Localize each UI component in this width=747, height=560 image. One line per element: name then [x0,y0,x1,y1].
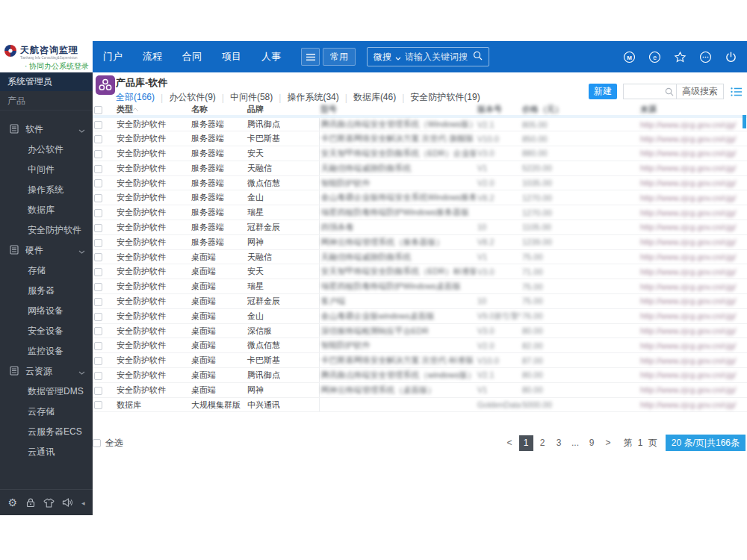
table-search-input[interactable] [624,85,663,98]
tab-2[interactable]: 办公软件(9) [169,91,216,104]
row-checkbox[interactable] [94,298,102,306]
page-button-3[interactable]: 3 [552,435,566,451]
table-row[interactable]: 安全防护软件服务器端金山金山毒霸企业版终端安全系统Windows服务器版V8.2… [93,190,747,205]
sidebar-item-1-4[interactable]: 数据库 [0,200,93,220]
nav-item-4[interactable]: 项目 [222,50,241,63]
row-checkbox[interactable] [94,209,102,217]
row-checkbox[interactable] [94,357,102,365]
sidebar-item-2-5[interactable]: 监控设备 [0,341,93,361]
row-checkbox[interactable] [94,372,102,380]
oa-login-link[interactable]: · 协同办公系统登录 [4,61,93,72]
row-checkbox[interactable] [94,224,102,232]
search-icon[interactable] [663,87,676,96]
row-checkbox[interactable] [94,121,102,129]
advanced-search-button[interactable]: 高级搜索 [677,84,724,99]
speaker-icon[interactable] [62,497,73,508]
row-checkbox[interactable] [94,327,102,335]
sidebar-item-3-4[interactable]: 云通讯 [0,442,93,462]
sidebar-item-2-3[interactable]: 网络设备 [0,301,93,321]
sidebar-group-1[interactable]: 软件 [0,119,93,140]
sidebar-item-1-3[interactable]: 操作系统 [0,180,93,200]
page-jump-text[interactable]: 第 1 页 [624,437,659,449]
table-row[interactable]: 安全防护软件桌面端微点佰慧智能防护软件V2.082.00http://www.z… [93,338,747,353]
table-row[interactable]: 安全防护软件服务器端微点佰慧智能防护软件V2.01035.00http://ww… [93,175,747,190]
nav-more-menu-button[interactable] [301,48,320,66]
nav-item-3[interactable]: 合同 [182,50,202,63]
page-prev-button[interactable]: < [503,435,517,451]
nav-item-2[interactable]: 流程 [143,50,162,63]
table-row[interactable]: 安全防护软件桌面端深信服深信服终端检测响应平台EDRV3.080.00http:… [93,323,747,338]
table-row[interactable]: 安全防护软件桌面端金山金山毒霸企业版windows桌面版V9.0新引擎V876.… [93,308,747,323]
tab-6[interactable]: 安全防护软件(19) [410,91,480,104]
row-checkbox[interactable] [94,387,102,395]
scrollbar-thumb[interactable] [743,115,746,128]
table-row[interactable]: 安全防护软件服务器端瑞星瑞星四核防毒终端防护Windows服务器版1270.00… [93,205,747,220]
nav-item-1[interactable]: 门户 [103,50,123,63]
list-view-toggle-icon[interactable] [731,87,743,97]
page-button-1[interactable]: 1 [519,435,533,451]
table-row[interactable]: 安全防护软件服务器端网神网神云终端管理系统（服务器版）V8.21239.00ht… [93,234,747,249]
row-checkbox[interactable] [94,313,102,321]
table-row[interactable]: 安全防护软件服务器端冠群金辰四强杀毒101105.00http://www.zj… [93,220,747,235]
page-button-...[interactable]: ... [568,435,583,451]
sidebar-item-2-2[interactable]: 服务器 [0,281,93,301]
collapse-panel-icon[interactable]: ◀ [81,500,85,505]
table-row[interactable]: 安全防护软件服务器端天融信天融信终端威胁防御系统V15220.00http://… [93,161,747,175]
sidebar-item-1-2[interactable]: 中间件 [0,160,93,180]
sidebar-item-3-1[interactable]: 数据管理DMS [0,382,93,402]
row-checkbox[interactable] [94,342,102,350]
sidebar-group-3[interactable]: 云资源 [0,361,93,382]
new-button[interactable]: 新建 [589,84,617,99]
nav-item-common[interactable]: 常用 [323,48,356,66]
table-row[interactable]: 安全防护软件桌面端腾讯御点腾讯御点终端安全管理系统（windows版）V2.1V… [93,368,747,383]
row-checkbox[interactable] [94,165,102,173]
table-row[interactable]: 安全防护软件桌面端冠群金辰客户端1075.00http://www.zjcg.g… [93,294,747,309]
row-checkbox[interactable] [94,268,102,276]
nav-item-5[interactable]: 人事 [261,50,281,63]
header-checkbox[interactable] [94,106,102,114]
page-button-2[interactable]: 2 [536,435,550,451]
row-checkbox[interactable] [94,253,102,261]
message-icon[interactable]: e [648,51,661,63]
table-row[interactable]: 安全防护软件服务器端腾讯御点腾讯御点终端安全管理系统（Windows版）V2.1… [93,116,747,131]
table-row[interactable]: 数据库大规模集群版中兴通讯GoldenData s...5000.00http:… [93,397,747,412]
table-row[interactable]: 安全防护软件桌面端瑞星瑞星四核防毒终端防护Windows桌面版75.00http… [93,279,747,294]
table-row[interactable]: 安全防护软件桌面端天融信天融信终端威胁防御系统V175.00http://www… [93,249,747,264]
lock-icon[interactable] [25,497,36,508]
row-checkbox[interactable] [94,401,102,409]
table-row[interactable]: 安全防护软件服务器端卡巴斯基卡巴斯基网络安全解决方案 次世代·旗舰版V10.08… [93,131,747,146]
row-checkbox[interactable] [94,194,102,202]
page-next-button[interactable]: > [601,435,616,451]
chevron-down-icon[interactable] [395,50,401,63]
sidebar-item-3-2[interactable]: 云存储 [0,402,93,422]
search-icon[interactable] [473,50,483,63]
select-all-control[interactable]: 全选 [93,437,123,449]
shirt-icon[interactable] [43,498,55,508]
star-icon[interactable] [674,51,686,63]
gear-icon[interactable]: ⚙ [7,497,17,508]
page-size-badge[interactable]: 20 条/页|共166条 [666,435,746,451]
table-row[interactable]: 安全防护软件桌面端网神网神云终端管理系统（桌面版）V180.00http://w… [93,382,747,397]
select-all-checkbox[interactable] [93,439,101,447]
sidebar-item-2-4[interactable]: 安全设备 [0,321,93,341]
page-button-9[interactable]: 9 [585,435,599,451]
more-icon[interactable] [699,51,712,63]
row-checkbox[interactable] [94,150,102,158]
tab-3[interactable]: 中间件(58) [230,91,273,104]
table-row[interactable]: 安全防护软件桌面端安天安天智甲终端安全防御系统（EDR）标准版V3.071.00… [93,264,747,279]
tab-5[interactable]: 数据库(46) [353,91,396,104]
power-icon[interactable] [725,51,737,63]
sidebar-section-product[interactable]: 产品 [0,91,93,111]
sidebar-item-1-5[interactable]: 安全防护软件 [0,220,93,240]
sidebar-item-1-1[interactable]: 办公软件 [0,140,93,160]
table-row[interactable]: 安全防护软件服务器端安天安天智甲终端安全防御系统（EDR）企业版V3.0880.… [93,146,747,161]
row-checkbox[interactable] [94,135,102,143]
sidebar-item-3-3[interactable]: 云服务器ECS [0,422,93,442]
sidebar-group-2[interactable]: 硬件 [0,240,93,261]
search-engine-selector[interactable]: 微搜 [374,51,391,63]
row-checkbox[interactable] [94,179,102,187]
tab-4[interactable]: 操作系统(34) [287,91,338,104]
row-checkbox[interactable] [94,283,102,291]
table-row[interactable]: 安全防护软件桌面端卡巴斯基卡巴斯基网络安全解决方案 次世代·标准版V10.087… [93,353,747,368]
m-badge-icon[interactable]: M [623,51,636,63]
